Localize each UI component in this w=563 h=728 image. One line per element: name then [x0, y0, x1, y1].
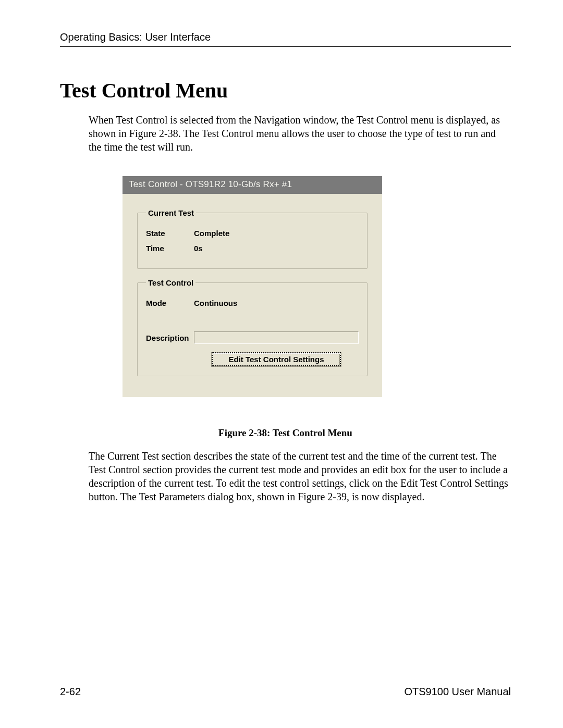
doc-title: OTS9100 User Manual [404, 686, 511, 698]
test-control-group: Test Control Mode Continuous Description… [137, 278, 368, 376]
edit-test-control-settings-button[interactable]: Edit Test Control Settings [212, 352, 340, 366]
mode-value: Continuous [194, 299, 237, 307]
outro-paragraph: The Current Test section describes the s… [89, 449, 511, 503]
description-label: Description [146, 334, 194, 342]
mode-label: Mode [146, 299, 194, 307]
section-title: Test Control Menu [60, 78, 511, 103]
current-test-group: Current Test State Complete Time 0s [137, 208, 368, 269]
current-test-legend: Current Test [146, 208, 196, 217]
page-number: 2-62 [60, 686, 81, 698]
test-control-legend: Test Control [146, 278, 195, 287]
time-label: Time [146, 244, 194, 253]
intro-paragraph: When Test Control is selected from the N… [89, 113, 511, 154]
figure-caption: Figure 2-38: Test Control Menu [60, 427, 511, 439]
panel-titlebar: Test Control - OTS91R2 10-Gb/s Rx+ #1 [123, 176, 382, 194]
description-input[interactable] [194, 331, 359, 344]
running-head: Operating Basics: User Interface [60, 31, 511, 47]
time-value: 0s [194, 244, 203, 253]
state-label: State [146, 229, 194, 238]
state-value: Complete [194, 229, 229, 238]
figure-screenshot: Test Control - OTS91R2 10-Gb/s Rx+ #1 Cu… [123, 176, 511, 397]
test-control-panel: Test Control - OTS91R2 10-Gb/s Rx+ #1 Cu… [123, 176, 382, 397]
